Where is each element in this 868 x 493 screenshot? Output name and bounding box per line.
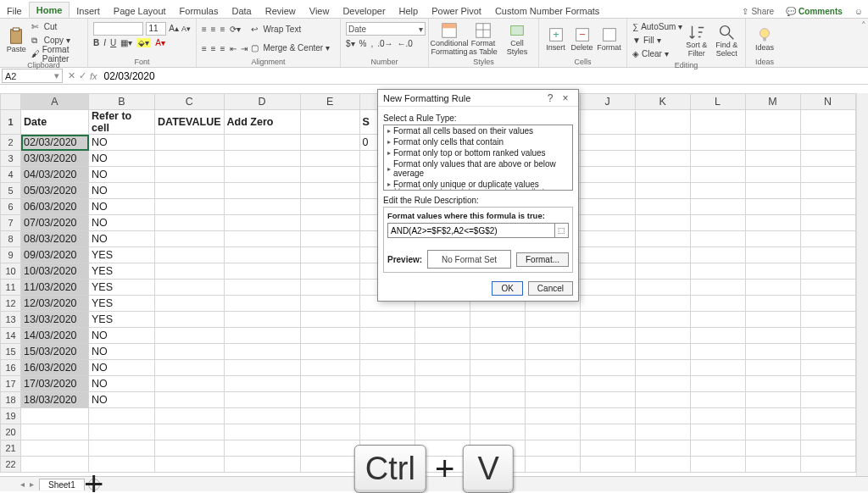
add-sheet-button[interactable]: + [88, 479, 100, 490]
cell-A10[interactable]: 10/03/2020 [21, 263, 89, 280]
cell-D9[interactable] [224, 247, 300, 263]
cell-J1[interactable] [580, 110, 635, 135]
cell-J13[interactable] [580, 312, 635, 328]
row-header-12[interactable]: 12 [1, 296, 21, 312]
cell-M16[interactable] [745, 360, 800, 376]
decrease-font-icon[interactable]: A▾ [181, 25, 191, 33]
cell-N22[interactable] [800, 457, 855, 473]
cell-F15[interactable] [359, 344, 415, 360]
cell-B10[interactable]: YES [89, 263, 155, 280]
cell-C18[interactable] [155, 392, 225, 408]
cell-N21[interactable] [800, 440, 855, 457]
cell-B3[interactable]: NO [89, 151, 155, 167]
cell-C10[interactable] [155, 263, 225, 280]
cell-K4[interactable] [635, 167, 690, 183]
cell-D8[interactable] [224, 231, 300, 247]
cell-B14[interactable]: NO [89, 328, 155, 344]
row-header-18[interactable]: 18 [1, 392, 21, 408]
range-picker-button[interactable]: ⬚ [554, 224, 568, 237]
col-header-D[interactable]: D [224, 94, 300, 110]
cancel-entry-icon[interactable]: ✕ [68, 70, 75, 81]
format-painter-button[interactable]: 🖌Format Painter [31, 47, 82, 60]
row-header-1[interactable]: 1 [1, 110, 21, 135]
cell-I21[interactable] [525, 440, 580, 457]
cell-J11[interactable] [580, 280, 635, 296]
cell-C8[interactable] [155, 231, 225, 247]
ribbon-collapse-icon[interactable]: ˄ [861, 20, 866, 31]
tab-developer[interactable]: Developer [336, 3, 392, 18]
delete-cells-button[interactable]: −Delete [569, 20, 595, 57]
cell-A11[interactable]: 11/03/2020 [21, 280, 89, 296]
cell-N14[interactable] [800, 328, 855, 344]
increase-font-icon[interactable]: A▴ [169, 24, 179, 33]
percent-button[interactable]: % [359, 39, 367, 48]
cell-J7[interactable] [580, 215, 635, 231]
cell-J21[interactable] [580, 440, 635, 457]
cell-A21[interactable] [21, 440, 89, 457]
cell-C22[interactable] [155, 457, 225, 473]
tab-insert[interactable]: Insert [70, 3, 107, 18]
row-header-7[interactable]: 7 [1, 215, 21, 231]
cell-D16[interactable] [224, 360, 300, 376]
cell-G19[interactable] [415, 408, 470, 424]
cell-D3[interactable] [224, 151, 300, 167]
cell-E8[interactable] [300, 231, 359, 247]
cell-J8[interactable] [580, 231, 635, 247]
tab-help[interactable]: Help [392, 3, 426, 18]
cell-N12[interactable] [800, 296, 855, 312]
cell-K12[interactable] [635, 296, 690, 312]
cell-E12[interactable] [300, 296, 359, 312]
cell-J20[interactable] [580, 424, 635, 440]
cell-L8[interactable] [690, 231, 745, 247]
accounting-button[interactable]: $▾ [346, 39, 355, 48]
cell-M8[interactable] [745, 231, 800, 247]
cell-N13[interactable] [800, 312, 855, 328]
cell-F14[interactable] [359, 328, 415, 344]
cell-F17[interactable] [359, 376, 415, 392]
row-header-17[interactable]: 17 [1, 376, 21, 392]
italic-button[interactable]: I [103, 38, 106, 47]
cell-E6[interactable] [300, 199, 359, 215]
cell-L2[interactable] [690, 135, 745, 151]
cell-J4[interactable] [580, 167, 635, 183]
cell-L13[interactable] [690, 312, 745, 328]
cell-K19[interactable] [635, 408, 690, 424]
tab-powerpivot[interactable]: Power Pivot [425, 3, 488, 18]
name-box[interactable]: A2▾ [2, 69, 63, 83]
cell-E16[interactable] [300, 360, 359, 376]
col-header-C[interactable]: C [155, 94, 225, 110]
cell-A3[interactable]: 03/03/2020 [21, 151, 89, 167]
cell-D10[interactable] [224, 263, 300, 280]
cell-D21[interactable] [224, 440, 300, 457]
cell-D19[interactable] [224, 408, 300, 424]
cell-H17[interactable] [470, 376, 525, 392]
cell-N6[interactable] [800, 199, 855, 215]
cell-L1[interactable] [690, 110, 745, 135]
cell-F13[interactable] [359, 312, 415, 328]
number-format-select[interactable]: Date▾ [346, 22, 426, 36]
comma-button[interactable]: , [370, 39, 373, 48]
cell-K22[interactable] [635, 457, 690, 473]
cell-L7[interactable] [690, 215, 745, 231]
align-left-icon[interactable]: ≡ [202, 44, 207, 53]
cell-C20[interactable] [155, 424, 225, 440]
cell-D7[interactable] [224, 215, 300, 231]
tab-home[interactable]: Home [29, 2, 70, 18]
row-header-22[interactable]: 22 [1, 457, 21, 473]
cell-H13[interactable] [470, 312, 525, 328]
cell-C5[interactable] [155, 183, 225, 199]
row-header-13[interactable]: 13 [1, 312, 21, 328]
cell-N5[interactable] [800, 183, 855, 199]
cell-L6[interactable] [690, 199, 745, 215]
cell-J9[interactable] [580, 247, 635, 263]
cell-C16[interactable] [155, 360, 225, 376]
col-header-B[interactable]: B [89, 94, 155, 110]
cell-E13[interactable] [300, 312, 359, 328]
dec-decimal-button[interactable]: ←.0 [398, 39, 413, 48]
cell-D17[interactable] [224, 376, 300, 392]
row-header-4[interactable]: 4 [1, 167, 21, 183]
cell-N9[interactable] [800, 247, 855, 263]
indent-inc-icon[interactable]: ⇥ [241, 44, 248, 53]
conditional-formatting-button[interactable]: Conditional Formatting [432, 20, 466, 57]
cell-A9[interactable]: 09/03/2020 [21, 247, 89, 263]
